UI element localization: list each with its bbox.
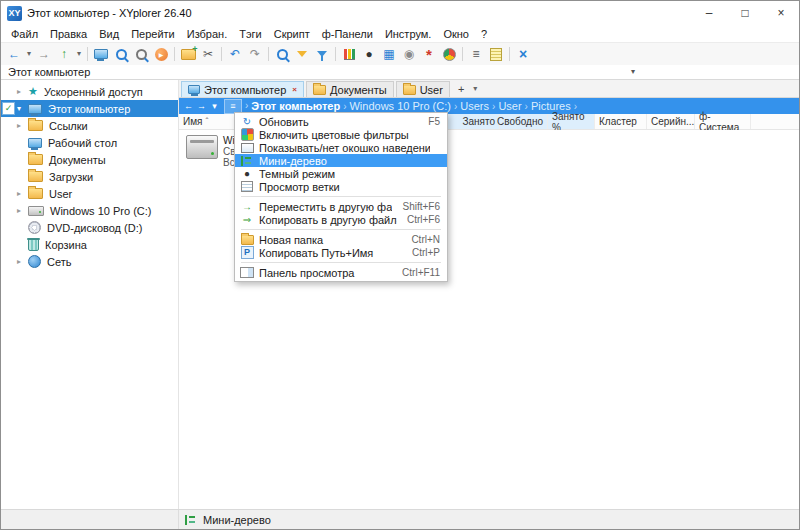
notes-button[interactable] xyxy=(486,45,506,64)
find-files-button[interactable] xyxy=(272,45,292,64)
cut-button[interactable] xyxy=(198,45,218,64)
breadcrumb-segment[interactable]: Windows 10 Pro (C:) xyxy=(349,100,450,112)
crumb-separator: › xyxy=(525,101,528,112)
breadcrumb-segment[interactable]: Users xyxy=(460,100,489,112)
column-free[interactable]: Свободно xyxy=(500,114,548,129)
tree-item-user[interactable]: User xyxy=(1,185,178,202)
tab-this-pc[interactable]: Этот компьютер xyxy=(181,81,304,97)
menu-item-new-folder[interactable]: Новая папка Ctrl+N xyxy=(235,233,447,246)
menu-go[interactable]: Перейти xyxy=(125,28,181,40)
tree-item-downloads[interactable]: Загрузки xyxy=(1,168,178,185)
search-button[interactable] xyxy=(111,45,131,64)
menu-favorites[interactable]: Избран. xyxy=(181,28,234,40)
maximize-button[interactable] xyxy=(727,1,763,25)
close-button[interactable] xyxy=(763,1,799,25)
statistics-button[interactable] xyxy=(439,45,459,64)
back-button[interactable] xyxy=(4,45,24,64)
filter-button[interactable] xyxy=(292,45,312,64)
menu-item-refresh[interactable]: Обновить F5 xyxy=(235,115,447,128)
forward-button[interactable] xyxy=(34,45,54,64)
menu-tools[interactable]: Инструм. xyxy=(379,28,438,40)
menu-scripting[interactable]: Скрипт xyxy=(268,28,316,40)
visual-filter-icon xyxy=(317,51,327,57)
menu-tags[interactable]: Тэги xyxy=(233,28,268,40)
tree-item-documents[interactable]: Документы xyxy=(1,151,178,168)
minimize-button[interactable] xyxy=(691,1,727,25)
breadcrumb-segment[interactable]: User xyxy=(498,100,521,112)
redo-button[interactable] xyxy=(245,45,265,64)
favorites-button[interactable] xyxy=(419,45,439,64)
new-tab-button[interactable] xyxy=(452,83,470,95)
menu-window[interactable]: Окно xyxy=(437,28,475,40)
menu-item-hover-box[interactable]: Показывать/нет окошко наведения xyxy=(235,141,447,154)
dark-mode-button[interactable] xyxy=(359,45,379,64)
check-icon xyxy=(5,104,13,113)
menu-edit[interactable]: Правка xyxy=(44,28,93,40)
tree-item-drive-c[interactable]: Windows 10 Pro (C:) xyxy=(1,202,178,219)
address-bar[interactable]: Этот компьютер xyxy=(1,65,799,80)
menu-item-copy-to-other-pane[interactable]: Копировать в другую файл-панель Ctrl+F6 xyxy=(235,213,447,226)
expand-arrow-icon[interactable] xyxy=(17,207,21,215)
minimize-icon xyxy=(706,7,713,19)
tree-item-label: Корзина xyxy=(45,239,87,251)
expand-arrow-icon[interactable] xyxy=(17,88,21,96)
crumb-history-button[interactable] xyxy=(208,101,221,111)
tree-item-desktop[interactable]: Рабочий стол xyxy=(1,134,178,151)
collapse-arrow-icon[interactable] xyxy=(17,105,21,113)
up-history-button[interactable] xyxy=(74,45,84,64)
tree-item-quick-access[interactable]: Ускоренный доступ xyxy=(1,83,178,100)
tree-item-recycle-bin[interactable]: Корзина xyxy=(1,236,178,253)
menu-panes[interactable]: ф-Панели xyxy=(316,28,379,40)
menu-view[interactable]: Вид xyxy=(93,28,125,40)
run-script-button[interactable] xyxy=(151,45,171,64)
folder-tree: Ускоренный доступ Этот компьютер Ссылки … xyxy=(1,80,179,510)
crumb-forward-button[interactable] xyxy=(195,101,208,111)
hover-box-button[interactable] xyxy=(131,45,151,64)
report-button[interactable] xyxy=(339,45,359,64)
menu-item-shortcut: Shift+F6 xyxy=(402,201,440,212)
thumbnails-button[interactable] xyxy=(379,45,399,64)
tree-item-links[interactable]: Ссылки xyxy=(1,117,178,134)
tab-list-icon[interactable] xyxy=(470,85,480,93)
dark-mode-icon xyxy=(244,169,250,179)
menu-item-mini-tree[interactable]: Мини-дерево xyxy=(235,154,447,167)
tree-item-dvd-d[interactable]: DVD-дисковод (D:) xyxy=(1,219,178,236)
menu-item-preview-pane[interactable]: Панель просмотра Ctrl+F11 xyxy=(235,266,447,279)
column-filesystem[interactable]: ф-Система xyxy=(695,114,751,129)
tree-item-network[interactable]: Сеть xyxy=(1,253,178,270)
expand-arrow-icon[interactable] xyxy=(17,258,21,266)
menu-file[interactable]: Файл xyxy=(5,28,44,40)
expand-arrow-icon[interactable] xyxy=(17,122,21,130)
computer-icon xyxy=(94,49,108,59)
mini-tree-root-icon[interactable] xyxy=(2,102,15,115)
breadcrumb-segment[interactable]: Этот компьютер xyxy=(251,100,340,112)
go-to-computer-button[interactable] xyxy=(91,45,111,64)
menu-item-branch-view[interactable]: Просмотр ветки xyxy=(235,180,447,193)
tree-item-this-pc[interactable]: Этот компьютер xyxy=(1,100,178,117)
visual-filter-button[interactable] xyxy=(312,45,332,64)
crumb-back-button[interactable] xyxy=(182,101,195,111)
column-serial[interactable]: Серийн... xyxy=(647,114,695,129)
tab-close-icon[interactable] xyxy=(292,86,297,94)
close-icon xyxy=(777,7,784,19)
settings-button[interactable] xyxy=(399,45,419,64)
undo-button[interactable] xyxy=(225,45,245,64)
up-button[interactable] xyxy=(54,45,74,64)
tab-documents[interactable]: Документы xyxy=(306,81,394,97)
menu-item-move-to-other-pane[interactable]: Переместить в другую файл-панель Shift+F… xyxy=(235,200,447,213)
column-label: Свободно xyxy=(497,116,543,127)
address-dropdown-icon[interactable] xyxy=(631,68,635,76)
tools-button[interactable] xyxy=(513,45,533,64)
tab-user[interactable]: User xyxy=(396,81,450,97)
column-cluster[interactable]: Кластер xyxy=(595,114,647,129)
new-folder-button[interactable] xyxy=(178,45,198,64)
status-bar: Мини-дерево xyxy=(1,509,799,529)
menu-item-color-filters[interactable]: Включить цветовые фильтры xyxy=(235,128,447,141)
menu-help[interactable]: ? xyxy=(475,28,493,40)
menu-item-copy-path-name[interactable]: P Копировать Путь+Имя Ctrl+P xyxy=(235,246,447,259)
back-history-button[interactable] xyxy=(24,45,34,64)
menu-item-dark-mode[interactable]: Темный режим xyxy=(235,167,447,180)
expand-arrow-icon[interactable] xyxy=(17,190,21,198)
column-used-percent[interactable]: Занято % xyxy=(548,114,595,129)
list-view-button[interactable] xyxy=(466,45,486,64)
